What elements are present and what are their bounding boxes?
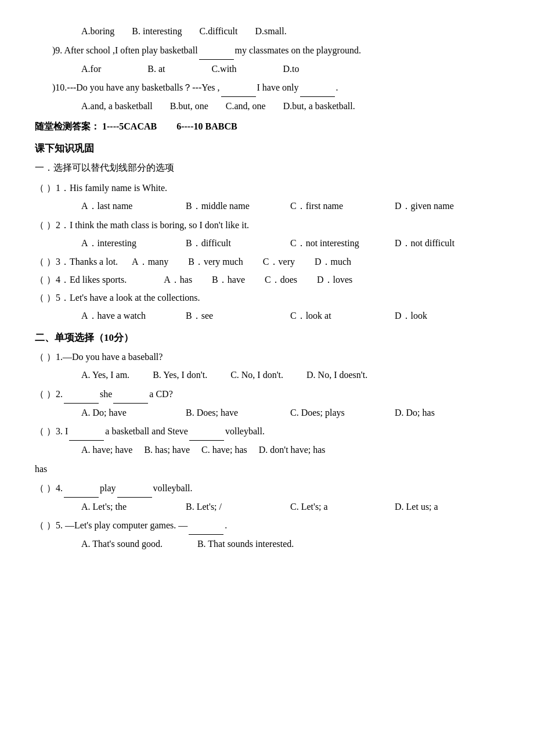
s3-q1-opt-c: C. No, I don't. bbox=[230, 367, 283, 384]
s3-q3-opt-b: B. has; have bbox=[144, 442, 190, 459]
s3-q4-blank1 bbox=[64, 480, 99, 498]
answer-label: 随堂检测答案： bbox=[35, 121, 100, 131]
q9-bracket bbox=[35, 42, 52, 59]
s3-q2-blank2 bbox=[113, 386, 148, 404]
q9-text: )9. After school ,I often play basketbal… bbox=[52, 42, 198, 59]
answer-1: 1----5CACAB bbox=[102, 121, 157, 131]
s2-q2-opts: A．interesting B．difficult C．not interest… bbox=[81, 235, 499, 252]
s3-q1-opt-a: A. Yes, I am. bbox=[81, 367, 129, 384]
s2-q3-opt-b: B．very much bbox=[188, 257, 243, 267]
q9-opt-c: C.difficult bbox=[200, 23, 238, 40]
s3-q3-cont: has bbox=[35, 461, 499, 478]
s3-q4-num: （ ）4. bbox=[35, 480, 63, 497]
s2-q4-text: （ ）4．Ed likes sports. bbox=[35, 275, 127, 285]
s2-q3-opts-inline: A．many B．very much C．very D．much bbox=[132, 257, 351, 267]
s3-q4-opt-b: B. Let's; / bbox=[186, 499, 290, 516]
q9-opts2-row: A.for B. at C.with D.to bbox=[81, 61, 499, 78]
s3-q3-rest: volleyball. bbox=[225, 423, 265, 440]
q9-options-row: A.boring B. interesting C.difficult D.sm… bbox=[81, 23, 499, 40]
s3-q4-opt-d: D. Let us; a bbox=[395, 499, 499, 516]
q9-opt2-d: D.to bbox=[283, 61, 300, 78]
s3-q1-row: （ ）1.—Do you have a baseball? bbox=[35, 349, 499, 366]
s3-q4-opts: A. Let's; the B. Let's; / C. Let's; a D.… bbox=[81, 499, 499, 516]
s3-q3-num: （ ）3. I bbox=[35, 423, 68, 440]
s2-q2-opt-c: C．not interesting bbox=[290, 235, 395, 252]
s3-q4-row: （ ）4. play volleyball. bbox=[35, 480, 499, 498]
q9-question: )9. After school ,I often play basketbal… bbox=[35, 42, 499, 60]
s2-q5-opt-a: A．have a watch bbox=[81, 308, 186, 325]
s3-q5-opts: A. That's sound good. B. That sounds int… bbox=[81, 536, 499, 553]
s2-q1-row: （ ）1．His family name is White. bbox=[35, 180, 499, 197]
s3-q5-dot: . bbox=[225, 517, 227, 534]
q10-mid: I have only bbox=[257, 80, 299, 96]
section2-sub: 一．选择可以替代划线部分的选项 bbox=[35, 160, 499, 177]
s2-q3-text: （ ）3．Thanks a lot. bbox=[35, 257, 118, 267]
s2-q2-opt-d: D．not difficult bbox=[395, 235, 499, 252]
s3-q5-opt-a: A. That's sound good. bbox=[81, 536, 163, 553]
q9-opt2-a: A.for bbox=[81, 61, 101, 78]
s2-q4-opt-d: D．loves bbox=[317, 275, 352, 285]
section2-title: 课下知识巩固 bbox=[35, 140, 499, 158]
s3-q2-opt-d: D. Do; has bbox=[395, 405, 499, 422]
section3-title: 二、单项选择（10分） bbox=[35, 329, 499, 347]
answer-line: 随堂检测答案： 1----5CACAB 6----10 BABCB bbox=[35, 118, 499, 135]
s2-q1-opt-a: A．last name bbox=[81, 198, 186, 215]
s2-q1-opt-d: D．given name bbox=[395, 198, 499, 215]
answer-2: 6----10 BABCB bbox=[176, 121, 237, 131]
s2-q2-text: （ ）2．I think the math class is boring, s… bbox=[35, 220, 249, 230]
s2-q1-text: （ ）1．His family name is White. bbox=[35, 183, 167, 193]
s2-q1-opts: A．last name B．middle name C．first name D… bbox=[81, 198, 499, 215]
q10-bracket bbox=[35, 80, 52, 96]
s3-q3-opt-a: A. have; have bbox=[81, 442, 132, 459]
s3-q4-blank2 bbox=[117, 480, 152, 498]
s3-q3-mid: a basketball and Steve bbox=[105, 423, 188, 440]
s2-q4-opt-c: C．does bbox=[265, 275, 297, 285]
s3-q3-opt-c: C. have; has bbox=[201, 442, 247, 459]
s2-q2-row: （ ）2．I think the math class is boring, s… bbox=[35, 217, 499, 234]
s3-q5-text: （ ）5. —Let's play computer games. — bbox=[35, 517, 187, 534]
s2-q3-opt-a: A．many bbox=[132, 257, 168, 267]
s3-q5-opt-b: B. That sounds interested. bbox=[197, 536, 294, 553]
s2-q4-opt-a: A．has bbox=[164, 275, 192, 285]
s3-q1-opts: A. Yes, I am. B. Yes, I don't. C. No, I … bbox=[81, 367, 499, 384]
q10-question: )10.---Do you have any basketballs？---Ye… bbox=[35, 80, 499, 97]
s3-q2-opt-b: B. Does; have bbox=[186, 405, 290, 422]
s3-q3-opts: A. have; have B. has; have C. have; has … bbox=[81, 442, 499, 459]
q9-opt-d: D.small. bbox=[255, 23, 286, 40]
s3-q2-num: （ ）2. bbox=[35, 386, 63, 403]
s2-q3-opt-d: D．much bbox=[315, 257, 351, 267]
s2-q4-opt-b: B．have bbox=[212, 275, 245, 285]
s2-q1-opt-c: C．first name bbox=[290, 198, 395, 215]
s2-q5-opts: A．have a watch B．see C．look at D．look bbox=[81, 308, 499, 325]
s3-q3-blank1 bbox=[69, 423, 104, 441]
s3-q3-row: （ ）3. I a basketball and Steve volleybal… bbox=[35, 423, 499, 441]
s3-q3-opt-d: D. don't have; has bbox=[259, 442, 326, 459]
s3-q4-opt-a: A. Let's; the bbox=[81, 499, 186, 516]
q10-opt-c: C.and, one bbox=[226, 98, 266, 115]
s2-q5-opt-c: C．look at bbox=[290, 308, 395, 325]
q9-blank bbox=[199, 42, 234, 60]
s2-q2-opt-b: B．difficult bbox=[186, 235, 290, 252]
s3-q1-opt-b: B. Yes, I don't. bbox=[153, 367, 207, 384]
q9-opt2-b: B. at bbox=[147, 61, 165, 78]
s2-q3-opt-c: C．very bbox=[263, 257, 295, 267]
s3-q2-row: （ ）2. she a CD? bbox=[35, 386, 499, 404]
q10-opt-d: D.but, a basketball. bbox=[283, 98, 355, 115]
q10-opt-b: B.but, one bbox=[170, 98, 208, 115]
q9-opt2-c: C.with bbox=[211, 61, 236, 78]
s2-q4-opts-inline: A．has B．have C．does D．loves bbox=[164, 275, 352, 285]
s2-q2-opt-a: A．interesting bbox=[81, 235, 186, 252]
s3-q5-row: （ ）5. —Let's play computer games. — . bbox=[35, 517, 499, 535]
s3-q4-mid: play bbox=[100, 480, 116, 497]
s2-q1-opt-b: B．middle name bbox=[186, 198, 290, 215]
s3-q2-blank1 bbox=[64, 386, 99, 404]
q9-opt-a: A.boring bbox=[81, 23, 114, 40]
q10-opts-row: A.and, a basketball B.but, one C.and, on… bbox=[81, 98, 499, 115]
s3-q5-blank bbox=[189, 517, 223, 535]
q9-rest: my classmates on the playground. bbox=[235, 42, 361, 59]
s3-q4-rest: volleyball. bbox=[153, 480, 193, 497]
q10-opt-a: A.and, a basketball bbox=[81, 98, 153, 115]
s3-q1-opt-d: D. No, I doesn't. bbox=[306, 367, 367, 384]
s3-q1-text: （ ）1.—Do you have a baseball? bbox=[35, 352, 163, 362]
s3-q3-blank2 bbox=[189, 423, 224, 441]
